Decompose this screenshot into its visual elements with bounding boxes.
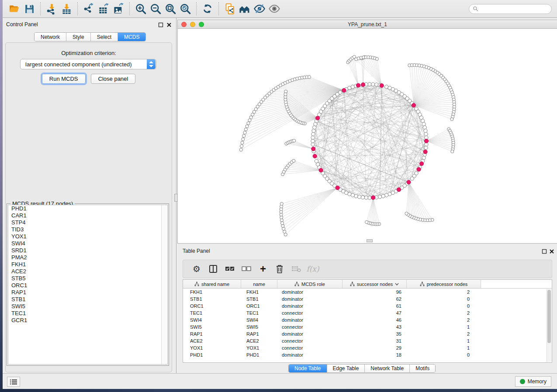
table-cell: 46 — [343, 317, 407, 323]
run-mcds-button[interactable]: Run MCDS — [42, 74, 86, 84]
deselect-all-button[interactable] — [238, 261, 255, 276]
zoom-in-button[interactable] — [133, 2, 148, 16]
table-row[interactable]: TEC1TEC1connector472 — [183, 309, 552, 316]
memory-button[interactable]: Memory — [515, 376, 551, 387]
first-neighbors-button[interactable] — [237, 2, 252, 16]
table-row[interactable]: RAP1RAP1dominator352 — [183, 330, 552, 337]
tab-select[interactable]: Select — [91, 33, 118, 41]
show-graphics-details-button[interactable] — [267, 2, 282, 16]
delete-column-button[interactable] — [271, 261, 288, 276]
table-row[interactable]: SWI4SWI4dominator462 — [183, 316, 552, 323]
network-titlebar[interactable]: YPA_prune.txt_1 — [178, 20, 557, 29]
import-network-button[interactable] — [44, 2, 59, 16]
refresh-layout-button[interactable] — [200, 2, 215, 16]
export-image-button[interactable] — [111, 2, 126, 16]
table-cell: 0 — [407, 303, 481, 309]
import-table-button[interactable] — [59, 2, 74, 16]
leaf-node — [292, 159, 295, 162]
tab-edge-table[interactable]: Edge Table — [327, 364, 365, 372]
column-header-MCDS-role[interactable]: MCDS role — [277, 280, 343, 288]
zoom-selected-icon — [180, 3, 191, 15]
mcds-result-item[interactable]: TID3 — [8, 226, 167, 233]
control-panel-float-icon[interactable] — [158, 22, 163, 28]
table-scrollbar[interactable] — [547, 289, 551, 362]
mcds-result-item[interactable]: SWI5 — [8, 303, 167, 310]
ring-node — [368, 196, 371, 199]
table-row[interactable]: ACE2ACE2connector311 — [183, 337, 552, 344]
add-column-button[interactable]: + — [255, 261, 271, 276]
export-network-button[interactable] — [81, 2, 96, 16]
network-graph[interactable] — [178, 29, 557, 243]
tab-network[interactable]: Network — [35, 33, 66, 41]
mcds-hub-node — [311, 147, 315, 151]
table-row[interactable]: SWI5SWI5connector431 — [183, 323, 552, 330]
network-canvas[interactable] — [178, 29, 557, 243]
column-header-shared-name[interactable]: shared name — [183, 280, 241, 288]
export-table-button[interactable] — [96, 2, 111, 16]
zoom-out-icon — [150, 3, 162, 15]
mcds-result-item[interactable]: PMA2 — [8, 254, 167, 261]
column-header-successor-nodes[interactable]: successor nodes — [343, 280, 407, 288]
mcds-result-item[interactable]: ORC1 — [8, 282, 167, 289]
mcds-result-item[interactable]: STP4 — [8, 219, 167, 226]
tab-node-table[interactable]: Node Table — [289, 364, 327, 372]
table-row[interactable]: YOX1YOX1connector291 — [183, 344, 552, 351]
new-network-from-selection-button[interactable] — [222, 2, 237, 16]
table-panel-close-icon[interactable] — [549, 249, 554, 254]
canvas-splitter-handle[interactable] — [367, 239, 373, 242]
mcds-result-item[interactable]: SWI4 — [8, 240, 167, 247]
mcds-result-item[interactable]: STB5 — [8, 275, 167, 282]
task-history-button[interactable] — [7, 377, 20, 387]
select-all-button[interactable] — [221, 261, 238, 276]
mcds-result-list[interactable]: PHD1CAR1STP4TID3YOX1SWI4SRD1PMA2FKH1ACE2… — [8, 205, 168, 364]
table-row[interactable]: PHD1PHD1dominator180 — [183, 351, 552, 358]
tab-motifs[interactable]: Motifs — [410, 364, 435, 372]
criterion-dropdown[interactable]: largest connected component (undirected) — [20, 59, 156, 69]
mcds-result-item[interactable]: SRD1 — [8, 247, 167, 254]
search-input[interactable] — [478, 6, 548, 12]
table-row[interactable]: ORC1ORC1dominator610 — [183, 303, 552, 309]
hide-graphics-details-button[interactable] — [252, 2, 267, 16]
table-scrollbar-thumb[interactable] — [547, 290, 551, 343]
open-file-button[interactable] — [7, 2, 22, 16]
table-cell: 0 — [407, 352, 481, 358]
save-session-button[interactable] — [22, 2, 37, 16]
function-builder-button[interactable]: f(x) — [304, 261, 321, 276]
tab-mcds[interactable]: MCDS — [118, 33, 145, 41]
ring-node — [311, 143, 315, 146]
zoom-out-button[interactable] — [148, 2, 163, 16]
trash-icon — [275, 264, 284, 274]
mcds-result-item[interactable]: RAP1 — [8, 289, 167, 296]
table-panel-float-icon[interactable] — [542, 249, 547, 254]
column-header-predecessor-nodes[interactable]: predecessor nodes — [407, 280, 481, 288]
table-options-button[interactable]: ⚙ — [188, 261, 205, 276]
leaf-node — [280, 222, 284, 225]
mcds-result-item[interactable]: ACE2 — [8, 268, 167, 275]
mcds-result-item[interactable]: FKH1 — [8, 261, 167, 268]
toolbar-search[interactable] — [469, 4, 552, 14]
tab-network-table[interactable]: Network Table — [365, 364, 410, 372]
delete-table-button[interactable] — [288, 261, 304, 276]
column-header-name[interactable]: name — [241, 280, 277, 288]
table-row[interactable]: STB1STB1dominator620 — [183, 296, 552, 303]
zoom-fit-button[interactable] — [163, 2, 178, 16]
ring-node — [311, 132, 315, 136]
table-row[interactable]: FKH1FKH1dominator962 — [183, 289, 552, 296]
mcds-result-item[interactable]: CAR1 — [8, 212, 167, 219]
zoom-selected-button[interactable] — [178, 2, 193, 16]
mcds-result-item[interactable]: STB1 — [8, 296, 167, 303]
table-cell: 1 — [407, 345, 481, 351]
mcds-result-item[interactable]: YOX1 — [8, 233, 167, 240]
table-cell: 96 — [343, 289, 407, 295]
control-panel-close-icon[interactable] — [166, 22, 172, 28]
mcds-result-item[interactable]: TEC1 — [8, 310, 167, 317]
mcds-result-item[interactable]: GCR1 — [8, 317, 167, 324]
mcds-list-scrollbar[interactable] — [161, 205, 167, 364]
mcds-result-item[interactable]: PHD1 — [8, 205, 167, 212]
column-selector-button[interactable] — [205, 261, 221, 276]
leaf-node — [365, 220, 368, 224]
tab-style[interactable]: Style — [66, 33, 91, 41]
column-label: MCDS role — [301, 282, 325, 287]
open-folder-icon — [9, 3, 20, 14]
close-panel-button[interactable]: Close panel — [91, 74, 136, 84]
